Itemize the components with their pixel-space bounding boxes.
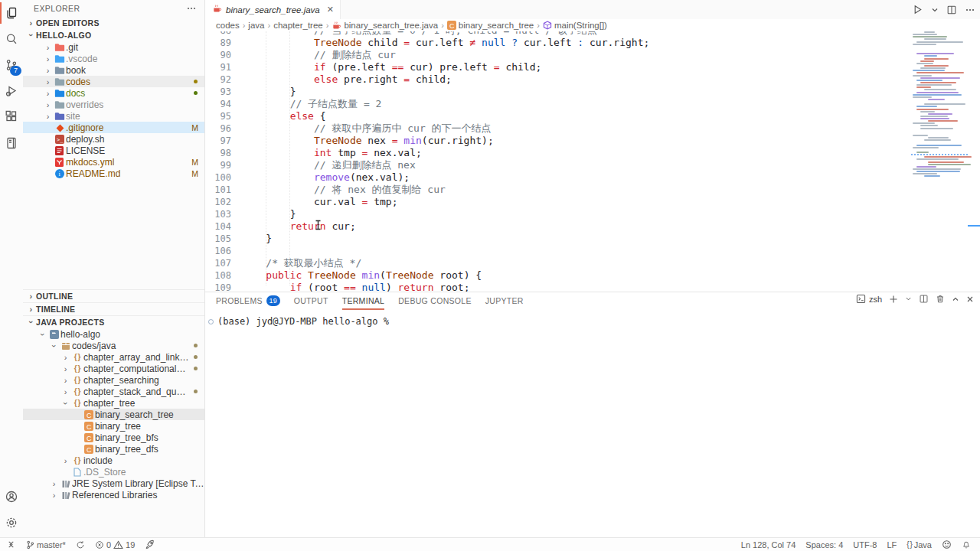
activity-settings[interactable] xyxy=(0,510,23,536)
line-number[interactable]: 94 xyxy=(205,98,242,110)
code-line[interactable]: 97 TreeNode nex = min(cur.right); xyxy=(205,135,980,147)
line-number[interactable]: 89 xyxy=(205,37,242,49)
java-tree-item-chapter-array-and-linkedlist[interactable]: ›{ }chapter_array_and_linkedlist xyxy=(23,351,204,363)
remote-indicator[interactable] xyxy=(6,540,16,549)
section-outline[interactable]: › OUTLINE xyxy=(23,289,204,302)
activity-extensions[interactable] xyxy=(0,104,23,130)
split-editor-icon[interactable] xyxy=(946,5,957,15)
java-tree-item-referenced-libraries[interactable]: ›Referenced Libraries xyxy=(23,489,204,500)
explorer-item--gitignore[interactable]: .gitignoreM xyxy=(23,122,204,133)
indentation[interactable]: Spaces: 4 xyxy=(805,540,843,549)
line-number[interactable]: 109 xyxy=(205,282,242,292)
tab-close-icon[interactable]: ✕ xyxy=(327,5,334,15)
explorer-item-book[interactable]: ›book xyxy=(23,64,204,76)
activity-explorer[interactable] xyxy=(0,0,23,26)
new-terminal-icon[interactable] xyxy=(889,295,898,304)
code-line[interactable]: 96 // 获取中序遍历中 cur 的下一个结点 xyxy=(205,122,980,135)
more-actions-icon[interactable] xyxy=(965,5,975,15)
panel-tab-output[interactable]: OUTPUT xyxy=(294,292,328,311)
section-open-editors[interactable]: › OPEN EDITORS xyxy=(23,17,204,29)
code-editor[interactable]: 88 // 当子结点数量 = 0 / 1 时, child = null / 该… xyxy=(205,31,980,292)
java-tree-item-chapter-stack-and-queue[interactable]: ›{ }chapter_stack_and_queue xyxy=(23,386,204,397)
breadcrumb-item-codes[interactable]: codes xyxy=(216,21,240,30)
explorer-item-license[interactable]: LICENSE xyxy=(23,145,204,156)
code-line[interactable]: 100 remove(nex.val); xyxy=(205,171,980,184)
code-line[interactable]: 88 // 当子结点数量 = 0 / 1 时, child = null / 该… xyxy=(205,31,980,37)
java-tree-item-include[interactable]: ›{ }include xyxy=(23,455,204,466)
breadcrumb-item-main-string-[interactable]: main(String[]) xyxy=(543,21,607,30)
java-tree-item-hello-algo[interactable]: ›hello-algo xyxy=(23,328,204,340)
breadcrumb-item-chapter-tree[interactable]: chapter_tree xyxy=(273,21,323,30)
code-line[interactable]: 101 // 将 nex 的值复制给 cur xyxy=(205,184,980,196)
panel-tab-terminal[interactable]: TERMINAL xyxy=(342,292,385,311)
java-tree-item-binary-tree-dfs[interactable]: Cbinary_tree_dfs xyxy=(23,443,204,455)
java-tree-item-chapter-computational-complexity[interactable]: ›{ }chapter_computational_complexity xyxy=(23,363,204,374)
line-number[interactable]: 98 xyxy=(205,147,242,159)
java-tree-item-binary-tree-bfs[interactable]: Cbinary_tree_bfs xyxy=(23,432,204,443)
java-server-mode[interactable] xyxy=(145,540,155,549)
explorer-item-overrides[interactable]: ›overrides xyxy=(23,99,204,110)
panel-tab-problems[interactable]: PROBLEMS19 xyxy=(216,292,280,311)
code-line[interactable]: 94 // 子结点数量 = 2 xyxy=(205,98,980,110)
run-dropdown-icon[interactable] xyxy=(931,6,939,14)
activity-source-control[interactable]: 7 xyxy=(0,52,23,78)
run-icon[interactable] xyxy=(912,4,923,15)
encoding[interactable]: UTF-8 xyxy=(853,540,877,549)
code-line[interactable]: 89 TreeNode child = cur.left ≠ null ? cu… xyxy=(205,37,980,49)
git-branch-status[interactable]: master* xyxy=(26,540,66,549)
code-line[interactable]: 108 public TreeNode min(TreeNode root) { xyxy=(205,269,980,282)
line-number[interactable]: 96 xyxy=(205,122,242,135)
java-tree-item-chapter-searching[interactable]: ›{ }chapter_searching xyxy=(23,374,204,386)
tab-binary-search-tree-java[interactable]: binary_search_tree.java ✕ xyxy=(205,0,341,19)
line-number[interactable]: 91 xyxy=(205,61,242,73)
java-tree-item--ds-store[interactable]: .DS_Store xyxy=(23,466,204,478)
line-number[interactable]: 88 xyxy=(205,31,242,37)
line-number[interactable]: 108 xyxy=(205,269,242,282)
activity-run-debug[interactable] xyxy=(0,78,23,104)
feedback[interactable] xyxy=(942,540,952,549)
minimap[interactable] xyxy=(911,31,971,184)
code-line[interactable]: 99 // 递归删除结点 nex xyxy=(205,159,980,171)
code-line[interactable]: 106 xyxy=(205,245,980,257)
activity-account[interactable] xyxy=(0,484,23,510)
breadcrumb-item-java[interactable]: java xyxy=(248,21,264,30)
code-line[interactable]: 93 } xyxy=(205,86,980,98)
activity-notebook[interactable] xyxy=(0,130,23,156)
line-number[interactable]: 99 xyxy=(205,159,242,171)
line-number[interactable]: 100 xyxy=(205,171,242,184)
terminal-content[interactable]: (base) jyd@JYD-MBP hello-algo % xyxy=(208,316,980,327)
java-tree-item-binary-search-tree[interactable]: Cbinary_search_tree xyxy=(23,409,204,420)
section-java-projects[interactable]: › JAVA PROJECTS xyxy=(23,315,204,328)
code-line[interactable]: 103 } xyxy=(205,208,980,220)
explorer-item--vscode[interactable]: ›.vscode xyxy=(23,53,204,64)
line-number[interactable]: 105 xyxy=(205,233,242,245)
sync-changes[interactable] xyxy=(76,540,85,549)
kill-terminal-trash-icon[interactable] xyxy=(936,294,945,304)
maximize-panel-icon[interactable] xyxy=(952,295,959,303)
code-line[interactable]: 92 else pre.right = child; xyxy=(205,73,980,86)
notifications[interactable] xyxy=(962,540,971,549)
java-tree-item-binary-tree[interactable]: Cbinary_tree xyxy=(23,420,204,432)
explorer-item-deploy-sh[interactable]: >_deploy.sh xyxy=(23,133,204,145)
code-line[interactable]: 98 int tmp = nex.val; xyxy=(205,147,980,159)
line-number[interactable]: 106 xyxy=(205,245,242,257)
explorer-item-site[interactable]: ›site xyxy=(23,110,204,122)
line-number[interactable]: 93 xyxy=(205,86,242,98)
explorer-item--git[interactable]: ›.git xyxy=(23,41,204,53)
line-number[interactable]: 97 xyxy=(205,135,242,147)
problems-status[interactable]: 0 19 xyxy=(95,540,135,549)
close-panel-icon[interactable] xyxy=(966,295,974,303)
language-mode[interactable]: { } Java xyxy=(906,540,932,549)
line-number[interactable]: 90 xyxy=(205,49,242,61)
line-number[interactable]: 95 xyxy=(205,110,242,122)
line-number[interactable]: 102 xyxy=(205,196,242,208)
code-line[interactable]: 105 } xyxy=(205,233,980,245)
section-timeline[interactable]: › TIMELINE xyxy=(23,302,204,315)
java-tree-item-chapter-tree[interactable]: ›{ }chapter_tree xyxy=(23,397,204,409)
breadcrumb-item-binary-search-tree-java[interactable]: binary_search_tree.java xyxy=(332,21,438,31)
section-root-folder[interactable]: › HELLO-ALGO xyxy=(23,29,204,41)
eol-sequence[interactable]: LF xyxy=(887,540,897,549)
line-number[interactable]: 103 xyxy=(205,208,242,220)
panel-tab-debug-console[interactable]: DEBUG CONSOLE xyxy=(398,292,472,311)
chevron-down-icon[interactable] xyxy=(905,295,912,302)
